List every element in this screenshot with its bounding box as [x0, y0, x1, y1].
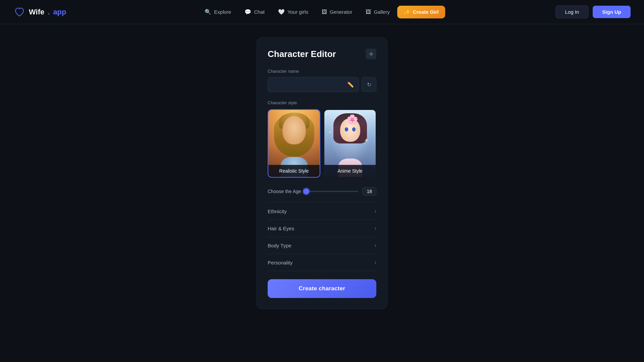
realistic-style-label: Realistic Style [268, 165, 320, 177]
anime-style-label: Anime Style [324, 165, 376, 177]
signup-button[interactable]: Sign Up [593, 6, 631, 18]
heart-icon: 🤍 [278, 9, 285, 15]
character-style-label: Character style [268, 100, 376, 105]
body-type-row[interactable]: Body Type › [268, 237, 376, 254]
character-name-section: Character name ✏️ ↻ [268, 69, 376, 92]
explore-icon: 🔍 [205, 9, 211, 15]
style-cards-grid: Realistic Style 🌸 ✦ [268, 109, 376, 178]
create-character-button[interactable]: Create character [268, 279, 376, 298]
signup-label: Sign Up [602, 9, 621, 15]
age-row: Choose the Age 18 [268, 187, 376, 196]
generator-icon: 🖼 [322, 9, 327, 15]
login-label: Log In [565, 9, 579, 15]
editor-header: Character Editor ✛ [268, 49, 376, 59]
create-girl-button[interactable]: ✨ Create Girl [397, 6, 445, 18]
character-editor-card: Character Editor ✛ Character name ✏️ ↻ C… [257, 38, 387, 309]
personality-label: Personality [268, 260, 292, 265]
refresh-button[interactable]: ↻ [362, 77, 376, 92]
expand-icon[interactable]: ✛ [366, 49, 376, 59]
nav-item-gallery[interactable]: 🖼 Gallery [360, 6, 396, 18]
logo-icon [13, 6, 25, 18]
style-card-anime[interactable]: 🌸 ✦ ✦ Anime Style [324, 109, 376, 178]
age-value: 18 [362, 187, 376, 196]
refresh-icon: ↻ [367, 81, 371, 88]
collapsible-sections: Ethnicity › Hair & Eyes › Body Type › Pe… [268, 202, 376, 271]
style-card-realistic[interactable]: Realistic Style [268, 109, 320, 178]
nav-item-explore[interactable]: 🔍 Explore [199, 6, 237, 18]
create-girl-sparkle-icon: ✨ [404, 9, 410, 15]
logo-wife: Wife [29, 8, 44, 16]
age-section: Choose the Age 18 [268, 187, 376, 196]
gallery-icon: 🖼 [366, 9, 371, 15]
nav-label-chat: Chat [254, 9, 265, 15]
personality-row[interactable]: Personality › [268, 254, 376, 271]
age-label: Choose the Age [268, 189, 301, 194]
create-character-label: Create character [299, 285, 345, 292]
character-name-row: ✏️ ↻ [268, 77, 376, 92]
logo-dot: . [48, 8, 50, 16]
hair-eyes-row[interactable]: Hair & Eyes › [268, 220, 376, 237]
ethnicity-row[interactable]: Ethnicity › [268, 202, 376, 220]
main-content: Character Editor ✛ Character name ✏️ ↻ C… [0, 24, 644, 362]
create-girl-label: Create Girl [413, 9, 439, 15]
logo-app: app [53, 8, 66, 16]
nav-right: Log In Sign Up [555, 5, 631, 18]
chat-icon: 💬 [245, 9, 251, 15]
ethnicity-chevron-icon: › [375, 208, 376, 214]
navbar: Wife.app 🔍 Explore 💬 Chat 🤍 Your girls 🖼… [0, 0, 644, 24]
nav-label-gallery: Gallery [374, 9, 390, 15]
age-slider-wrap [305, 188, 359, 195]
nav-item-chat[interactable]: 💬 Chat [238, 6, 271, 18]
character-name-input-wrapper[interactable]: ✏️ [268, 77, 359, 92]
body-type-chevron-icon: › [375, 242, 376, 248]
nav-label-explore: Explore [214, 9, 231, 15]
nav-center: 🔍 Explore 💬 Chat 🤍 Your girls 🖼 Generato… [199, 6, 445, 18]
character-name-label: Character name [268, 69, 376, 74]
hair-eyes-label: Hair & Eyes [268, 226, 294, 231]
nav-label-generator: Generator [330, 9, 353, 15]
personality-chevron-icon: › [375, 259, 376, 265]
ethnicity-label: Ethnicity [268, 208, 287, 214]
nav-item-your-girls[interactable]: 🤍 Your girls [272, 6, 314, 18]
edit-icon: ✏️ [347, 81, 354, 88]
body-type-label: Body Type [268, 243, 291, 248]
login-button[interactable]: Log In [555, 5, 589, 18]
hair-eyes-chevron-icon: › [375, 225, 376, 231]
logo[interactable]: Wife.app [13, 6, 66, 18]
editor-title: Character Editor [268, 49, 336, 59]
nav-item-generator[interactable]: 🖼 Generator [316, 6, 359, 18]
character-style-section: Character style Realistic Style [268, 100, 376, 178]
character-name-field[interactable] [273, 82, 347, 87]
nav-label-your-girls: Your girls [287, 9, 308, 15]
